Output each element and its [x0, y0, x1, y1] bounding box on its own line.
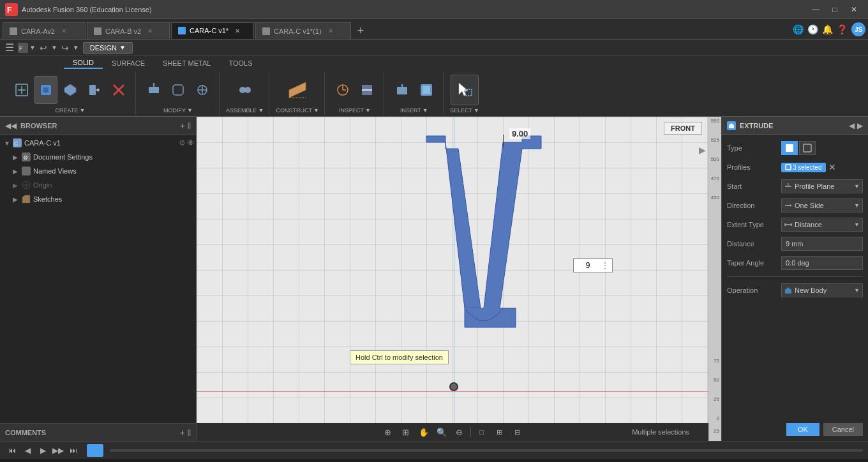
- distance-input[interactable]: 9 mm: [781, 237, 863, 251]
- cancel-btn[interactable]: Cancel: [823, 423, 863, 436]
- redo-arrow[interactable]: ▼: [73, 44, 79, 51]
- svg-rect-3: [94, 27, 101, 35]
- tab-close-icon[interactable]: ✕: [147, 27, 153, 34]
- tree-item-named-views[interactable]: ▶ Named Views: [1, 164, 195, 178]
- doc-expand-icon[interactable]: ▶: [13, 154, 22, 161]
- design-workspace-btn[interactable]: DESIGN ▼: [83, 42, 133, 54]
- tab-icon: [10, 27, 17, 35]
- svg-rect-4: [178, 27, 186, 34]
- create-form-btn[interactable]: [34, 76, 57, 104]
- canvas-btn[interactable]: [415, 76, 438, 104]
- named-views-expand-icon[interactable]: ▶: [13, 168, 22, 175]
- tab-sheet-metal[interactable]: SHEET METAL: [154, 58, 220, 68]
- origin-expand-icon[interactable]: ▶: [13, 182, 22, 189]
- new-tab-btn[interactable]: +: [352, 22, 369, 39]
- type-surface-btn[interactable]: [799, 141, 816, 155]
- select-btn[interactable]: [451, 75, 479, 105]
- new-component-btn[interactable]: [10, 76, 33, 104]
- navcube-arrow[interactable]: ▶: [699, 145, 706, 155]
- tab-cara-cv1-1[interactable]: CARA-C v1*(1) ✕: [255, 22, 351, 39]
- file-menu-btn[interactable]: F ▼: [18, 43, 36, 53]
- browser-collapse-icon[interactable]: ||: [188, 122, 191, 129]
- timeline-thumbnail[interactable]: [87, 444, 103, 457]
- tab-close-icon[interactable]: ✕: [61, 27, 66, 34]
- browser-add-icon[interactable]: +: [180, 121, 185, 131]
- root-visibility-icon[interactable]: 👁: [187, 138, 195, 147]
- timeline-play-btn[interactable]: ▶: [36, 443, 50, 458]
- select-arrow[interactable]: ▼: [474, 107, 479, 114]
- svg-point-25: [244, 87, 251, 93]
- dimension-line: [503, 135, 504, 147]
- dimension-input[interactable]: [576, 261, 599, 270]
- sketches-expand-icon[interactable]: ▶: [13, 196, 22, 203]
- ok-btn[interactable]: OK: [786, 423, 819, 436]
- section-analysis-btn[interactable]: [355, 76, 378, 104]
- taper-input[interactable]: 0.0 deg: [781, 256, 863, 270]
- push-pull-btn[interactable]: [142, 76, 165, 104]
- timeline-next-btn[interactable]: ▶▶: [51, 443, 65, 458]
- create-arrow[interactable]: ▼: [79, 107, 85, 114]
- maximize-btn[interactable]: □: [826, 3, 844, 16]
- move-btn[interactable]: [191, 76, 214, 104]
- operation-arrow: ▼: [854, 287, 860, 294]
- direction-select[interactable]: One Side ▼: [781, 198, 863, 212]
- zoom-fit-btn[interactable]: 🔍: [435, 425, 449, 439]
- joint-btn[interactable]: [234, 76, 257, 104]
- tab-solid[interactable]: SOLID: [64, 57, 103, 69]
- start-select[interactable]: Profile Plane ▼: [781, 179, 863, 193]
- tab-cara-bv2[interactable]: CARA-B v2 ✕: [87, 22, 170, 39]
- insert-arrow[interactable]: ▼: [423, 107, 428, 114]
- zoom-out-btn[interactable]: ⊖: [453, 425, 467, 439]
- tab-surface[interactable]: SURFACE: [103, 58, 154, 68]
- extent-type-select[interactable]: Distance ▼: [781, 218, 863, 232]
- viewport-btn[interactable]: ⊟: [511, 425, 525, 439]
- comments-collapse-icon[interactable]: ||: [188, 429, 191, 436]
- grid-btn[interactable]: ⊞: [493, 425, 507, 439]
- redo-btn[interactable]: ↪: [61, 43, 69, 53]
- extrude-btn[interactable]: [59, 76, 82, 104]
- insert-btn[interactable]: [391, 76, 414, 104]
- tab-tools[interactable]: TOOLS: [220, 58, 261, 68]
- assemble-arrow[interactable]: ▼: [258, 107, 264, 114]
- display-mode-btn[interactable]: □: [475, 425, 489, 439]
- look-at-btn[interactable]: ✋: [417, 425, 431, 439]
- fillet-btn[interactable]: [167, 76, 190, 104]
- profiles-clear-btn[interactable]: ✕: [828, 162, 836, 172]
- extrude-expand-left[interactable]: ◀: [849, 121, 855, 130]
- close-btn[interactable]: ✕: [845, 3, 863, 16]
- timeline-start-btn[interactable]: ⏮: [5, 443, 19, 458]
- root-settings-icon[interactable]: ⚙: [179, 138, 186, 147]
- construct-arrow[interactable]: ▼: [313, 107, 319, 114]
- tree-item-origin[interactable]: ▶ Origin: [1, 178, 195, 192]
- input-more-btn[interactable]: ⋮: [601, 260, 610, 271]
- tab-close-icon[interactable]: ✕: [328, 27, 333, 34]
- modify-arrow[interactable]: ▼: [187, 107, 193, 114]
- front-label[interactable]: FRONT: [664, 122, 702, 135]
- root-expand-icon[interactable]: ▼: [4, 140, 13, 147]
- tree-item-doc-settings[interactable]: ▶ ⚙ Document Settings: [1, 150, 195, 164]
- tab-close-icon[interactable]: ✕: [235, 27, 240, 34]
- revolve-btn[interactable]: [83, 76, 106, 104]
- extrude-expand-right[interactable]: ▶: [857, 121, 863, 130]
- orbit-btn[interactable]: ⊕: [381, 425, 395, 439]
- operation-select[interactable]: New Body ▼: [781, 283, 863, 297]
- tab-cara-cv1[interactable]: CARA-C v1* ✕: [171, 22, 254, 39]
- inspect-arrow[interactable]: ▼: [365, 107, 371, 114]
- construct-plane-btn[interactable]: [283, 75, 311, 105]
- tab-cara-av2[interactable]: CARA-Av2 ✕: [3, 22, 86, 39]
- comments-add-icon[interactable]: +: [180, 428, 185, 438]
- type-solid-btn[interactable]: [781, 141, 798, 155]
- undo-arrow[interactable]: ▼: [51, 44, 57, 51]
- panel-toggle-icon[interactable]: ◀◀: [5, 121, 17, 130]
- minimize-btn[interactable]: —: [807, 3, 825, 16]
- delete-btn[interactable]: [107, 76, 130, 104]
- timeline-prev-btn[interactable]: ◀: [20, 443, 34, 458]
- pan-reset-btn[interactable]: ⊞: [399, 425, 413, 439]
- undo-btn[interactable]: ↩: [40, 43, 47, 53]
- timeline-end-btn[interactable]: ⏭: [66, 443, 80, 458]
- measure-btn[interactable]: [331, 76, 354, 104]
- tab-bar: CARA-Av2 ✕ CARA-B v2 ✕ CARA-C v1* ✕ CARA…: [0, 19, 868, 40]
- hamburger-icon[interactable]: ☰: [5, 41, 14, 54]
- root-tree-item[interactable]: ▼ C CARA-C v1 ⚙ 👁: [1, 136, 195, 150]
- tree-item-sketches[interactable]: ▶ Sketches: [1, 192, 195, 206]
